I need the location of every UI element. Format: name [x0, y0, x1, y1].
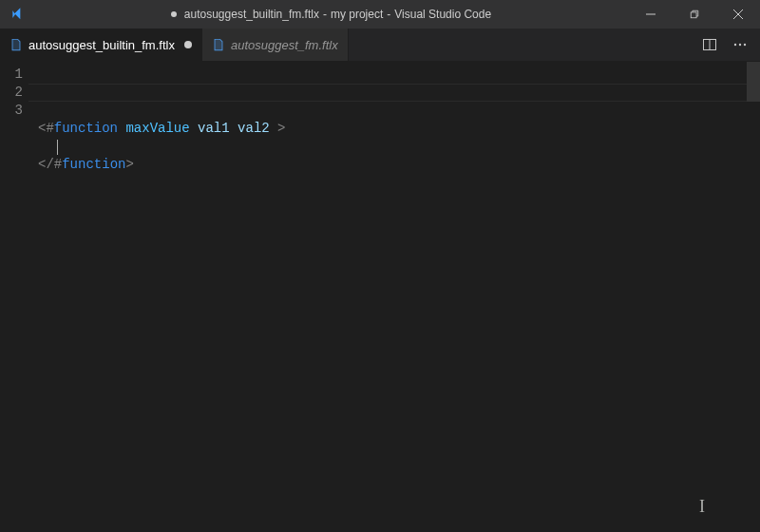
code-content[interactable]: <#function maxValue val1 val2 ></#functi…: [28, 62, 747, 532]
title-project: my project: [331, 8, 383, 21]
line-number: 2: [0, 84, 28, 102]
line-number: 3: [0, 102, 28, 120]
file-icon: [212, 38, 225, 51]
dirty-indicator-icon: [171, 11, 177, 17]
more-actions-icon[interactable]: [730, 34, 750, 55]
code-line[interactable]: </#function>: [38, 156, 747, 174]
svg-point-5: [744, 44, 746, 46]
minimize-button[interactable]: [629, 0, 673, 28]
tab-label: autosuggest_builtin_fm.ftlx: [28, 38, 175, 52]
editor-actions: [690, 28, 760, 61]
scrollbar-thumb[interactable]: [747, 62, 760, 102]
file-icon: [10, 38, 23, 51]
vscode-logo-icon: [0, 0, 33, 28]
line-number: 1: [0, 66, 28, 84]
tab-0[interactable]: autosuggest_builtin_fm.ftlx: [0, 28, 202, 61]
tab-label: autosuggest_fm.ftlx: [231, 38, 338, 52]
title-filename: autosuggest_builtin_fm.ftlx: [184, 8, 319, 21]
close-button[interactable]: [716, 0, 760, 28]
text-caret: [57, 140, 58, 155]
current-line-highlight: [28, 84, 747, 102]
code-line[interactable]: [38, 138, 747, 156]
tab-dirty-icon: [184, 41, 192, 48]
svg-rect-0: [691, 12, 696, 18]
title-bar: autosuggest_builtin_fm.ftlx - my project…: [0, 0, 760, 28]
editor-area[interactable]: 123 <#function maxValue val1 val2 ></#fu…: [0, 62, 760, 532]
svg-point-3: [734, 44, 736, 46]
tab-bar: autosuggest_builtin_fm.ftlxautosuggest_f…: [0, 28, 760, 62]
title-app: Visual Studio Code: [394, 8, 491, 21]
svg-point-4: [739, 44, 741, 46]
vertical-scrollbar[interactable]: [747, 62, 760, 532]
tab-1[interactable]: autosuggest_fm.ftlx: [202, 28, 349, 61]
code-line[interactable]: <#function maxValue val1 val2 >: [38, 120, 747, 138]
split-editor-icon[interactable]: [699, 34, 720, 55]
window-controls: [629, 0, 760, 28]
maximize-button[interactable]: [673, 0, 716, 28]
line-number-gutter: 123: [0, 62, 28, 532]
window-title: autosuggest_builtin_fm.ftlx - my project…: [33, 8, 629, 21]
text-cursor-icon: I: [699, 497, 705, 517]
